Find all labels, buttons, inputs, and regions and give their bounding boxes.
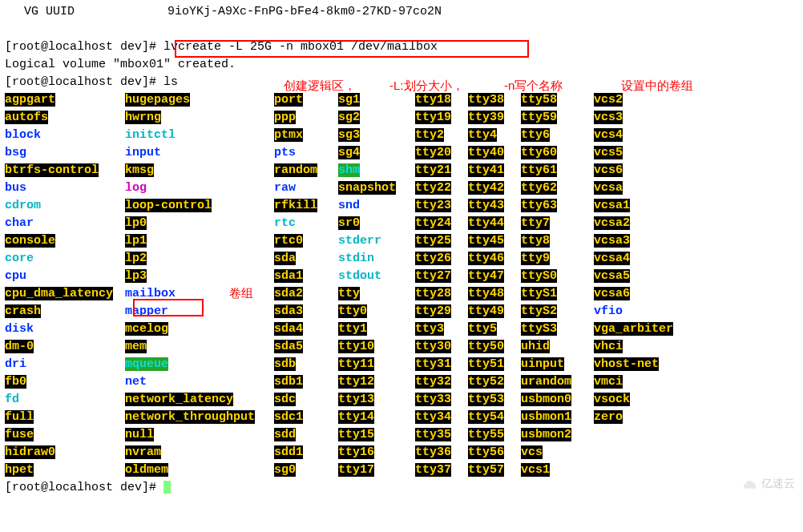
terminal[interactable]: VG UUID 9ioYKj-A9Xc-FnPG-bFe4-8km0-27KD-…: [0, 0, 803, 497]
file-entry: vhost-net: [594, 357, 659, 371]
file-entry: port: [274, 93, 303, 107]
file-entry: net: [125, 375, 147, 389]
listing-cell: tty63: [521, 197, 594, 215]
file-entry: ttyS0: [521, 269, 557, 283]
file-entry: tty57: [468, 463, 504, 477]
listing-row: fb0netsdb1tty12tty32tty52urandomvmci: [5, 373, 798, 391]
label-n-name: -n写个名称: [504, 77, 563, 95]
listing-cell: stderr: [338, 232, 415, 250]
file-entry: vcs5: [594, 146, 623, 159]
listing-cell: uhid: [521, 338, 594, 356]
file-entry: vhci: [594, 340, 623, 353]
file-entry: uhid: [521, 340, 550, 353]
listing-cell: tty53: [468, 391, 521, 409]
listing-row: cdromloop-controlrfkillsndtty23tty43tty6…: [5, 197, 798, 215]
file-entry: tty21: [415, 163, 451, 177]
listing-cell: initctl: [125, 127, 274, 144]
file-entry: vcs: [521, 445, 543, 459]
listing-cell: console: [5, 232, 125, 250]
output-created: Logical volume "mbox01" created.: [5, 56, 798, 74]
listing-row: dm-0memsda5tty10tty30tty50uhidvhci: [5, 338, 798, 356]
file-entry: hidraw0: [5, 445, 55, 459]
listing-cell: lp1: [125, 232, 274, 250]
file-entry: tty55: [468, 428, 504, 441]
listing-row: autofshwrngpppsg2tty19tty39tty59vcs3: [5, 109, 798, 127]
listing-cell: tty60: [521, 144, 594, 162]
listing-cell: vcs6: [594, 162, 623, 179]
listing-cell: tty33: [415, 391, 468, 409]
listing-row: fusenullsddtty15tty35tty55usbmon2: [5, 426, 798, 444]
listing-cell: vmci: [594, 373, 623, 391]
listing-cell: tty52: [468, 373, 521, 391]
file-entry: tty24: [415, 216, 451, 230]
listing-cell: sg0: [274, 461, 338, 479]
file-entry: tty1: [338, 322, 367, 336]
listing-cell: tty35: [415, 426, 468, 444]
listing-cell: lp2: [125, 250, 274, 268]
file-entry: tty30: [415, 340, 451, 353]
watermark: 亿速云: [744, 474, 795, 492]
label-volgroup: 卷组: [229, 284, 253, 302]
file-entry: sr0: [338, 216, 360, 230]
file-entry: tty31: [415, 357, 451, 371]
listing-row: buslograwsnapshottty22tty42tty62vcsa: [5, 179, 798, 197]
listing-cell: tty10: [338, 338, 415, 356]
file-entry: null: [125, 428, 154, 441]
listing-cell: tty17: [338, 461, 415, 479]
listing-cell: hwrng: [125, 109, 274, 127]
file-entry: sdb1: [274, 375, 303, 389]
file-entry: stdin: [338, 252, 374, 265]
file-entry: ptmx: [274, 128, 303, 142]
listing-cell: lp0: [125, 215, 274, 232]
listing-row: hpetoldmemsg0tty17tty37tty57vcs1: [5, 461, 798, 479]
file-entry: tty48: [468, 287, 504, 300]
file-entry: zero: [594, 410, 623, 424]
listing-cell: random: [274, 162, 338, 179]
listing-cell: rtc0: [274, 232, 338, 250]
cursor-icon: [163, 481, 171, 494]
file-entry: usbmon1: [521, 410, 571, 424]
listing-cell: fuse: [5, 426, 125, 444]
listing-cell: crash: [5, 303, 125, 320]
file-entry: tty7: [521, 216, 550, 230]
listing-cell: sdd1: [274, 444, 338, 461]
file-entry: tty51: [468, 357, 504, 371]
file-entry: usbmon2: [521, 428, 571, 441]
label-create-logic: 创建逻辑区，: [284, 77, 356, 95]
file-entry: lp1: [125, 234, 147, 248]
listing-cell: tty28: [415, 285, 468, 303]
listing-cell: tty31: [415, 356, 468, 373]
listing-cell: tty4: [468, 127, 521, 144]
file-entry: tty52: [468, 375, 504, 389]
listing-cell: tty51: [468, 356, 521, 373]
file-entry: vsock: [594, 393, 630, 406]
listing-cell: char: [5, 215, 125, 232]
file-entry: tty28: [415, 287, 451, 300]
label-l-size: -L:划分大小，: [389, 77, 464, 95]
listing-cell: tty46: [468, 250, 521, 268]
file-entry: network_throughput: [125, 410, 255, 424]
listing-cell: rtc: [274, 215, 338, 232]
file-entry: cpu_dma_latency: [5, 287, 113, 300]
listing-cell: tty42: [468, 179, 521, 197]
file-entry: tty44: [468, 216, 504, 230]
file-entry: vfio: [594, 304, 623, 318]
file-entry: tty35: [415, 428, 451, 441]
file-entry: sda3: [274, 304, 303, 318]
listing-cell: tty23: [415, 197, 468, 215]
file-entry: tty22: [415, 181, 451, 195]
file-entry: tty40: [468, 146, 504, 159]
file-entry: vcs4: [594, 128, 623, 142]
listing-cell: sda5: [274, 338, 338, 356]
file-entry: dri: [5, 357, 26, 371]
listing-cell: agpgart: [5, 91, 125, 109]
listing-cell: autofs: [5, 109, 125, 127]
listing-cell: ttyS3: [521, 320, 594, 338]
listing-cell: cpu: [5, 268, 125, 285]
listing-cell: tty9: [521, 250, 594, 268]
file-entry: pts: [274, 146, 296, 159]
file-entry: ttyS3: [521, 322, 557, 336]
listing-cell: sg3: [338, 127, 415, 144]
listing-cell: vcsa3: [594, 232, 630, 250]
file-entry: tty47: [468, 269, 504, 283]
